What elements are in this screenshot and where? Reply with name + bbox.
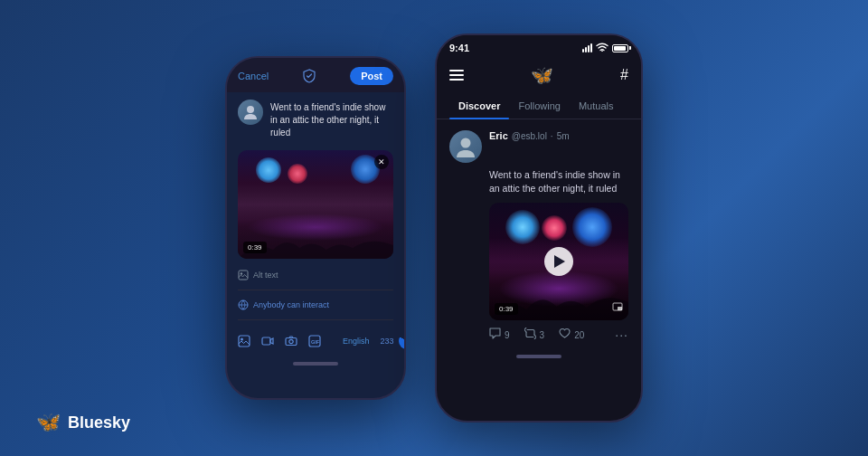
signal-bar-3: [588, 45, 590, 52]
video-timestamp-right: 0:39: [495, 303, 518, 315]
post-card: Eric @esb.lol · 5m Went to a friend's in…: [437, 119, 641, 349]
menu-button[interactable]: [449, 70, 464, 81]
post-avatar: [449, 130, 482, 163]
image-icon: [238, 270, 249, 280]
stage-light-red-r: [542, 215, 567, 241]
comment-icon: [489, 328, 501, 342]
status-icons: [582, 43, 628, 53]
audience-silhouette: [238, 223, 393, 259]
compose-text-content[interactable]: Went to a friend's indie show in an atti…: [270, 100, 393, 139]
picture-in-picture-icon: [612, 302, 623, 315]
svg-rect-7: [262, 337, 270, 345]
tab-mutuals[interactable]: Mutuals: [570, 93, 623, 119]
post-author-handle: @esb.lol: [512, 131, 547, 141]
butterfly-logo-icon: 🦋: [531, 64, 553, 86]
feed-phone: 9:41: [435, 33, 643, 423]
feed-content: Eric @esb.lol · 5m Went to a friend's in…: [437, 119, 641, 349]
alt-text-label: Alt text: [253, 271, 278, 280]
brand-name: Bluesky: [68, 413, 130, 432]
svg-point-2: [241, 272, 242, 274]
interact-row[interactable]: Anybody can interact: [227, 296, 404, 314]
svg-rect-1: [239, 271, 248, 280]
divider-2: [238, 319, 393, 320]
home-bar: [293, 362, 338, 366]
battery-icon: [612, 44, 628, 52]
post-timestamp: 5m: [557, 131, 570, 141]
more-options-button[interactable]: ···: [615, 328, 628, 342]
compose-avatar: [238, 100, 263, 125]
svg-point-13: [461, 138, 471, 148]
like-button[interactable]: 20: [559, 328, 584, 342]
play-button[interactable]: [544, 247, 573, 276]
alt-text-row[interactable]: Alt text: [227, 266, 404, 284]
shield-icon: [302, 69, 316, 83]
right-home-bar: [516, 355, 561, 358]
ellipsis-icon: ···: [615, 328, 628, 342]
signal-bar-1: [582, 49, 584, 52]
hamburger-line: [449, 70, 464, 71]
battery-fill: [614, 46, 626, 51]
compose-toolbar: GIF English 233: [227, 326, 404, 356]
repost-button[interactable]: 3: [524, 328, 545, 342]
svg-rect-5: [239, 336, 250, 347]
compose-body: Went to a friend's indie show in an atti…: [227, 92, 404, 147]
brand-butterfly-icon: 🦋: [36, 411, 61, 434]
video-icon[interactable]: [261, 334, 274, 348]
app-header: 🦋 #: [437, 57, 641, 93]
globe-icon: [238, 299, 249, 310]
signal-icon: [582, 43, 592, 52]
shield-area: [302, 69, 316, 83]
image-close-button[interactable]: ✕: [374, 155, 389, 169]
compose-header: Cancel Post: [227, 58, 404, 92]
progress-ring: [405, 333, 406, 349]
comment-button[interactable]: 9: [489, 328, 510, 342]
cancel-button[interactable]: Cancel: [238, 71, 269, 81]
post-name-row: Eric @esb.lol · 5m: [489, 130, 628, 141]
post-avatar-person: [453, 134, 478, 159]
post-time: ·: [551, 131, 553, 141]
language-button[interactable]: English: [343, 337, 370, 346]
camera-icon[interactable]: [285, 334, 297, 348]
wifi-icon: [596, 43, 609, 53]
like-count: 20: [574, 330, 584, 340]
status-time: 9:41: [449, 43, 469, 53]
comment-count: 9: [505, 330, 510, 340]
svg-point-9: [289, 339, 293, 343]
svg-point-6: [241, 338, 243, 341]
heart-icon: [559, 328, 571, 342]
post-meta: Eric @esb.lol · 5m: [489, 130, 628, 141]
post-header: Eric @esb.lol · 5m: [449, 130, 628, 163]
char-count: 233: [381, 337, 394, 346]
post-button[interactable]: Post: [350, 67, 393, 85]
post-text: Went to a friend's indie show in an atti…: [449, 168, 628, 195]
hashtag-icon[interactable]: #: [620, 67, 628, 83]
post-author-name: Eric: [489, 130, 508, 141]
post-actions: 9 3: [449, 320, 628, 349]
divider-1: [238, 290, 393, 290]
image-attach-icon[interactable]: [238, 334, 250, 348]
gif-icon[interactable]: GIF: [308, 334, 321, 348]
video-timestamp-left: 0:39: [243, 242, 267, 253]
status-bar: 9:41: [437, 35, 641, 57]
play-triangle-icon: [554, 255, 565, 268]
avatar-person-icon: [241, 103, 259, 121]
home-bar-area: [227, 356, 404, 375]
hamburger-line: [449, 79, 464, 81]
tab-following[interactable]: Following: [509, 93, 569, 119]
stage-light-blue-left: [256, 157, 281, 183]
hamburger-line: [449, 74, 464, 76]
svg-text:GIF: GIF: [311, 339, 320, 345]
post-video-image[interactable]: 0:39: [489, 203, 628, 320]
signal-bar-2: [585, 47, 587, 52]
right-home-bar-area: [437, 349, 641, 367]
repost-count: 3: [540, 330, 545, 340]
stage-light-red: [288, 164, 307, 184]
svg-point-0: [247, 106, 254, 113]
interact-label: Anybody can interact: [253, 300, 329, 309]
tab-discover[interactable]: Discover: [449, 93, 509, 119]
branding-area: 🦋 Bluesky: [36, 411, 130, 434]
svg-point-12: [601, 51, 603, 52]
tabs-row: Discover Following Mutuals: [437, 93, 641, 119]
phones-container: Cancel Post Went to a friend's indie sho…: [225, 33, 643, 423]
compose-phone: Cancel Post Went to a friend's indie sho…: [225, 56, 406, 400]
